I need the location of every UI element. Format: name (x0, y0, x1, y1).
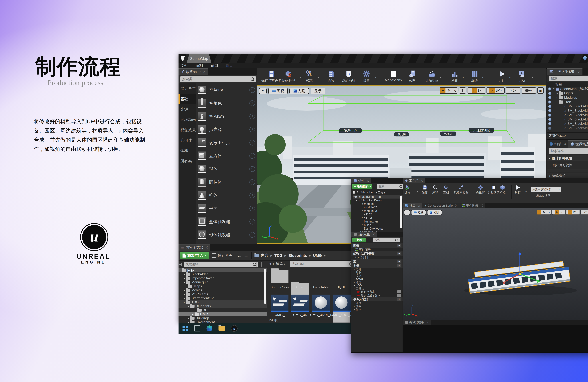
asset-widget-blueprint[interactable]: ♥ (292, 295, 309, 312)
settings-button[interactable]: 设置 (363, 70, 370, 83)
close-icon[interactable]: X (455, 204, 457, 207)
asset-name[interactable]: UMG_ (269, 313, 291, 317)
close-icon[interactable]: X (373, 233, 375, 236)
find-button[interactable]: 查找 (443, 185, 449, 194)
section-dispatchers[interactable]: 事件分发器+ (351, 297, 402, 301)
category-all[interactable]: 所有类 (179, 156, 196, 166)
tree-item[interactable]: ▸Buildings (179, 316, 267, 320)
tree-item[interactable]: ▸Mannequin (179, 280, 267, 284)
visibility-icon[interactable] (548, 105, 551, 108)
component-scrollbar[interactable] (400, 196, 402, 228)
tab-my-blueprint[interactable]: 我的蓝图X (351, 232, 377, 237)
level-tab[interactable]: SceneMap (187, 54, 211, 63)
bp-grid-snap-button[interactable]: 1▾ (552, 210, 566, 215)
close-icon[interactable]: X (367, 179, 369, 182)
grid-snap-button[interactable]: 1▾ (467, 87, 485, 94)
menu-edit[interactable]: 编辑 (196, 63, 203, 68)
expand-divider[interactable]: ▼ (547, 169, 588, 172)
visibility-icon[interactable] (548, 114, 551, 117)
dispatcher-item[interactable]: ▸游戏 (354, 304, 402, 308)
visibility-icon[interactable] (548, 87, 551, 91)
tab-world-settings[interactable]: 世界场景设置X (568, 140, 588, 148)
megascans-button[interactable]: Megascans (385, 70, 402, 82)
help-icon[interactable]: ? (250, 127, 255, 132)
tree-item[interactable]: ▸Movies (179, 288, 267, 292)
outliner-row[interactable]: ⌂SM_BlackAlder_Field_03_PP3StaticMeshAct… (547, 113, 588, 117)
section-precomputed-visibility[interactable]: ▾预计算可视性 (547, 155, 588, 161)
visibility-icon[interactable] (548, 101, 551, 103)
world-space-button[interactable] (459, 87, 466, 94)
close-icon[interactable]: X (203, 70, 205, 74)
asset-name[interactable]: UMG_3D (289, 313, 311, 317)
asset-blueprint[interactable] (312, 295, 330, 312)
source-control-button[interactable]: 源码管理 (282, 70, 295, 83)
add-macro-button[interactable]: + (397, 260, 401, 263)
unreal-taskbar-icon[interactable]: u (231, 325, 238, 332)
outliner-row[interactable]: ▸Lights文件夹 (547, 91, 588, 96)
section-variables[interactable]: 变量+ (351, 264, 402, 268)
tree-item[interactable]: ▸ImpostorBaker (179, 276, 267, 280)
add-graph-button[interactable]: + (397, 244, 401, 247)
help-icon[interactable]: ? (250, 219, 255, 224)
help-icon[interactable]: ? (250, 114, 255, 119)
section-macros[interactable]: 宏+ (351, 260, 402, 264)
perspective-button[interactable]: 透视 (268, 88, 288, 94)
play-blueprint-button[interactable]: 运行 (515, 185, 521, 194)
category-cinematic[interactable]: 过场动画 (179, 115, 196, 125)
edge-icon[interactable] (207, 325, 212, 331)
marketplace-button[interactable]: U 虚幻商城 (342, 70, 355, 83)
help-icon[interactable]: ? (250, 206, 255, 211)
var-group[interactable]: ▸LOD (354, 284, 402, 287)
item-sphere-trigger[interactable]: 球体触发器? (196, 228, 257, 241)
add-variable-button[interactable]: + (397, 264, 401, 267)
breadcrumb-blueprints[interactable]: Blueprints (288, 253, 307, 258)
add-import-button[interactable]: 添加/导入 ▾ (180, 252, 209, 259)
play-button[interactable]: 运行 (498, 70, 505, 83)
item-plane[interactable]: 平面? (196, 202, 257, 215)
item-cone[interactable]: 椎体? (196, 189, 257, 202)
save-level-button[interactable]: 保存当前关卡 (261, 70, 281, 83)
visibility-icon[interactable] (548, 109, 551, 112)
save-all-button[interactable]: 保存所有 (212, 253, 233, 258)
tab-toolbar[interactable]: ✚ 工具栏X (403, 178, 425, 183)
help-icon[interactable]: ? (250, 193, 255, 198)
help-icon[interactable]: ? (250, 179, 255, 185)
launch-button[interactable]: 启动 (518, 70, 525, 83)
forward-icon[interactable]: → (244, 253, 249, 258)
asset-widget-blueprint[interactable]: ♥ (271, 295, 289, 312)
save-blueprint-button[interactable]: 保存 (422, 185, 428, 194)
rotate-tool-icon[interactable]: ↻ (542, 211, 546, 214)
var-group[interactable]: ▸碰撞 (354, 281, 402, 284)
item-sphere[interactable]: 球体? (196, 162, 257, 176)
component-row[interactable]: ⌂DanDaojieduan (361, 227, 402, 230)
item-player-start[interactable]: 玩家出生点? (196, 136, 257, 149)
tab-content-browser[interactable]: ▦ 内容浏览器X (179, 244, 210, 251)
menu-window[interactable]: 窗口 (211, 63, 218, 68)
show-button[interactable]: 显示 (311, 88, 325, 94)
item-box-trigger[interactable]: 盒体触发器? (196, 215, 257, 228)
menu-file[interactable]: 文件 (181, 63, 188, 68)
component-row[interactable]: ▾⌂SiliconLabDown (356, 199, 402, 202)
help-icon[interactable]: ? (250, 166, 255, 172)
visibility-icon[interactable] (548, 118, 551, 121)
move-tool-icon[interactable]: + (440, 88, 445, 93)
help-icon[interactable]: ? (250, 101, 255, 106)
tab-components[interactable]: 组件X (351, 178, 371, 183)
tab-world-outliner[interactable]: 世界大纲视图X (547, 68, 583, 75)
bp-rotation-snap-button[interactable]: △10°▾ (566, 210, 580, 215)
event-graph-item[interactable]: 事件图表 (355, 248, 402, 251)
var-group[interactable]: ▸Actor (354, 277, 402, 281)
rotate-tool-icon[interactable]: ↻ (446, 89, 451, 93)
tab-construction-script[interactable]: ƒ Construction ScripX (422, 203, 460, 208)
maximize-viewport-button[interactable]: ▣ (537, 87, 544, 94)
add-component-button[interactable]: + 添加组件 ▾ (352, 184, 372, 189)
category-basic[interactable]: 基础 (179, 94, 196, 104)
outliner-header[interactable]: 标签 ▲ 类型 ▼ (547, 82, 588, 87)
search-classes-input[interactable]: 搜索类 (180, 76, 256, 82)
file-explorer-icon[interactable] (218, 326, 225, 331)
close-icon[interactable]: X (206, 246, 208, 249)
outliner-search-input[interactable]: 搜索... (549, 76, 588, 81)
scale-snap-button[interactable]: ↗ 1▾ (506, 87, 520, 94)
visibility-icon[interactable] (548, 122, 551, 125)
close-icon[interactable]: X (578, 70, 580, 73)
